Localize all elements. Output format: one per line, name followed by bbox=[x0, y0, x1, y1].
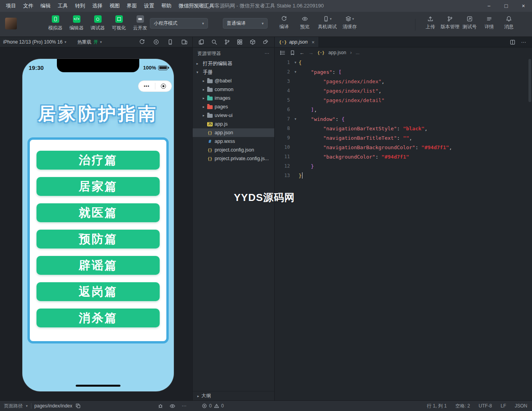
home-indicator[interactable] bbox=[76, 385, 120, 387]
simulator-toggle[interactable]: 模拟器 bbox=[46, 15, 64, 31]
close-button[interactable]: × bbox=[515, 0, 532, 12]
code-line: 6 ], bbox=[275, 105, 532, 114]
tree-item-folder[interactable]: ▸common bbox=[193, 85, 274, 94]
miniprogram-nav-button[interactable]: 返岗篇 bbox=[36, 282, 160, 301]
multi-device-icon[interactable] bbox=[181, 39, 188, 45]
forward-arrow-icon[interactable]: → bbox=[308, 50, 313, 56]
more-icon[interactable]: ••• bbox=[138, 80, 155, 92]
breadcrumb-file[interactable]: app.json bbox=[328, 50, 346, 55]
visualizer-toggle[interactable]: 可视化 bbox=[110, 15, 128, 31]
tree-item-folder[interactable]: ▸pages bbox=[193, 102, 274, 111]
search-icon[interactable] bbox=[211, 39, 217, 45]
clear-cache-button[interactable]: ▾ 清缓存 bbox=[341, 15, 358, 30]
tree-item-folder[interactable]: ▸images bbox=[193, 94, 274, 102]
compile-button[interactable]: 编译 bbox=[275, 15, 293, 30]
tree-item-file[interactable]: #app.wxss bbox=[193, 137, 274, 146]
editor-toggle[interactable]: </> 编辑器 bbox=[67, 15, 86, 31]
miniprogram-nav-button[interactable]: 居家篇 bbox=[36, 177, 160, 196]
debug-icon[interactable] bbox=[158, 403, 163, 409]
maximize-button[interactable]: □ bbox=[497, 0, 515, 12]
editor-scrollbar[interactable] bbox=[528, 59, 531, 102]
miniprogram-nav-button[interactable]: 治疗篇 bbox=[36, 151, 160, 170]
section-project-root[interactable]: ▾手册 bbox=[193, 68, 274, 77]
minimize-button[interactable]: − bbox=[480, 0, 497, 12]
real-device-debug-button[interactable]: ▾ 真机调试 bbox=[317, 15, 337, 30]
miniprogram-capsule[interactable]: ••• bbox=[138, 80, 172, 92]
tree-item-folder[interactable]: ▸@babel bbox=[193, 77, 274, 85]
files-icon[interactable] bbox=[198, 39, 204, 45]
code-editor[interactable]: 1▾{2▾ "pages": [3 "pages/index/index",4 … bbox=[275, 58, 532, 400]
menu-item[interactable]: 帮助 bbox=[158, 0, 175, 12]
mode-dropdown[interactable]: 小程序模式 ▾ bbox=[150, 18, 208, 29]
tree-item-file[interactable]: {}project.private.config.js... bbox=[193, 154, 274, 163]
package-icon[interactable] bbox=[250, 39, 256, 45]
encoding[interactable]: UTF-8 bbox=[479, 403, 492, 409]
menu-item[interactable]: 文件 bbox=[20, 0, 37, 12]
cursor-position[interactable]: 行 1, 列 1 bbox=[427, 403, 447, 409]
tree-item-file[interactable]: JSapp.js bbox=[193, 120, 274, 128]
cloud-dev-toggle[interactable]: 云开发 bbox=[131, 15, 149, 31]
messages-button[interactable]: 消息 bbox=[499, 15, 519, 30]
menu-item[interactable]: 视图 bbox=[106, 0, 123, 12]
exit-target-icon[interactable] bbox=[155, 84, 172, 89]
menu-item[interactable]: 转到 bbox=[71, 0, 89, 12]
menu-item[interactable]: 工具 bbox=[54, 0, 71, 12]
more-icon[interactable]: ⋯ bbox=[521, 39, 527, 45]
compile-mode-dropdown[interactable]: 普通编译 ▾ bbox=[223, 18, 268, 29]
outline-list-icon[interactable] bbox=[280, 50, 286, 56]
fold-chevron-icon[interactable]: ▾ bbox=[292, 117, 299, 121]
upload-button[interactable]: 上传 bbox=[421, 15, 440, 30]
menu-item[interactable]: 编辑 bbox=[37, 0, 54, 12]
tree-item-folder[interactable]: ▸uview-ui bbox=[193, 111, 274, 120]
indentation[interactable]: 空格: 2 bbox=[455, 403, 470, 409]
more-icon[interactable]: ⋯ bbox=[264, 51, 270, 56]
miniprogram-nav-button[interactable]: 就医篇 bbox=[36, 203, 160, 222]
eye-icon[interactable] bbox=[169, 403, 175, 409]
version-control-button[interactable]: 版本管理 bbox=[440, 15, 460, 30]
split-editor-icon[interactable] bbox=[510, 39, 516, 45]
close-icon[interactable]: × bbox=[312, 39, 315, 45]
outline-section[interactable]: ▸ 大纲 bbox=[193, 391, 274, 400]
tab-app-json[interactable]: {·} app.json × bbox=[275, 37, 319, 47]
menu-item[interactable]: 设置 bbox=[140, 0, 158, 12]
debugger-toggle[interactable]: 调试器 bbox=[89, 15, 107, 31]
menu-item[interactable]: 界面 bbox=[123, 0, 140, 12]
copy-icon[interactable] bbox=[75, 403, 81, 409]
bookmark-icon[interactable] bbox=[290, 50, 295, 56]
device-selector[interactable]: iPhone 12/13 (Pro) 100% 16 ▾ bbox=[3, 39, 66, 45]
simulator-tools bbox=[139, 39, 189, 45]
miniprogram-nav-button[interactable]: 辟谣篇 bbox=[36, 256, 160, 275]
git-branch-icon[interactable] bbox=[224, 39, 230, 45]
fold-chevron-icon[interactable]: ▾ bbox=[292, 70, 299, 74]
more-icon[interactable]: ⋯ bbox=[182, 403, 187, 409]
breadcrumb-more[interactable]: ... bbox=[355, 50, 359, 55]
language-mode[interactable]: JSON bbox=[515, 403, 527, 409]
extensions-icon[interactable] bbox=[237, 39, 243, 45]
fold-chevron-icon[interactable]: ▾ bbox=[292, 60, 299, 64]
tools-icon[interactable] bbox=[262, 39, 269, 45]
phone-simulator-screen[interactable]: 19:30 100% ••• 居家防护指南 治疗篇居家篇就医篇预防篇辟谣篇返岗篇… bbox=[22, 59, 174, 391]
user-avatar[interactable] bbox=[5, 18, 17, 29]
menu-bar: 项目文件编辑工具转到选择视图界面设置帮助微信开发者工具 bbox=[0, 0, 218, 12]
code-line: 12 } bbox=[275, 161, 532, 171]
miniprogram-nav-button[interactable]: 消杀篇 bbox=[36, 309, 160, 327]
menu-item[interactable]: 选择 bbox=[89, 0, 106, 12]
menu-item[interactable]: 项目 bbox=[2, 0, 20, 12]
details-button[interactable]: 详情 bbox=[479, 15, 499, 30]
eol-type[interactable]: LF bbox=[501, 403, 506, 409]
record-icon[interactable] bbox=[153, 39, 159, 45]
explorer-icon-strip bbox=[193, 37, 274, 47]
test-account-button[interactable]: 测试号 bbox=[460, 15, 479, 30]
section-open-editors[interactable]: ▸打开的编辑器 bbox=[193, 59, 274, 68]
tree-item-file[interactable]: {}project.config.json bbox=[193, 146, 274, 154]
rotate-icon[interactable] bbox=[139, 39, 145, 45]
page-path-value[interactable]: pages/index/index bbox=[35, 403, 73, 409]
phone-icon[interactable] bbox=[167, 39, 173, 45]
back-arrow-icon[interactable]: ← bbox=[299, 50, 304, 56]
page-path-label[interactable]: 页面路径 bbox=[4, 403, 23, 409]
preview-button[interactable]: 预览 bbox=[296, 15, 313, 30]
hot-reload-toggle[interactable]: 热重载 开 ▾ bbox=[77, 39, 102, 46]
tree-item-file[interactable]: {}app.json bbox=[193, 128, 274, 137]
problems-indicator[interactable]: 0 0 bbox=[192, 403, 275, 409]
miniprogram-nav-button[interactable]: 预防篇 bbox=[36, 230, 160, 248]
